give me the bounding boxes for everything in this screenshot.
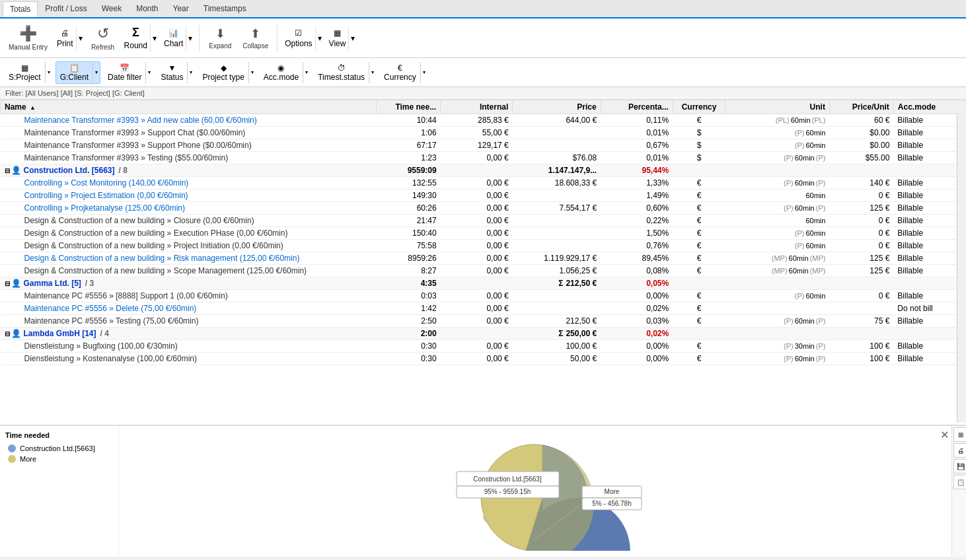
pie-chart: Construction Ltd.[5663] 95% - 9559.15h M… [437, 432, 648, 551]
timest-status-arrow[interactable]: ▾ [369, 62, 376, 83]
table-row[interactable]: Maintenance Transformer #3993 » Support … [1, 139, 966, 152]
col-header-currency[interactable]: Currency [673, 100, 725, 114]
acc-mode-button[interactable]: ◉ Acc.mode ▾ [259, 61, 311, 84]
item-unit: (P)30min(P) [725, 340, 830, 353]
item-time: 8:27 [377, 265, 441, 277]
s-project-main[interactable]: ▦ S:Project [5, 62, 45, 83]
table-row[interactable]: Design & Construction of a new building … [1, 215, 966, 227]
col-header-price-unit[interactable]: Price/Unit [829, 100, 893, 114]
side-icon-2[interactable]: 🖨 [953, 443, 966, 458]
status-main[interactable]: ▼ Status [157, 62, 187, 83]
collapse-button[interactable]: ⬆ Collapse [238, 24, 273, 52]
legend-item-construction[interactable]: Construction Ltd.[5663] [5, 443, 113, 454]
table-row[interactable]: Controlling » Cost Monitoring (140,00 €/… [1, 177, 966, 190]
col-header-acc-mode[interactable]: Acc.mode [893, 100, 965, 114]
table-row[interactable]: Design & Construction of a new building … [1, 240, 966, 252]
chart-close-button[interactable]: ✕ [940, 429, 949, 441]
item-name-cell: Controlling » Projketanalyse (125,00 €/6… [1, 202, 377, 215]
view-arrow[interactable]: ▾ [348, 26, 357, 50]
s-project-button[interactable]: ▦ S:Project ▾ [4, 61, 53, 84]
acc-mode-arrow[interactable]: ▾ [303, 62, 310, 83]
options-button[interactable]: ☑ Options ▾ [281, 26, 324, 51]
print-button[interactable]: 🖨 Print ▾ [54, 26, 85, 51]
tab-month[interactable]: Month [129, 1, 165, 17]
col-header-time[interactable]: Time nee... [377, 100, 441, 114]
options-main[interactable]: ☑ Options [282, 26, 315, 50]
chart-main[interactable]: 📊 Chart [161, 26, 186, 50]
table-row[interactable]: Maintenance PC #5556 » Testing (75,00 €/… [1, 315, 966, 328]
chart-arrow[interactable]: ▾ [186, 26, 194, 50]
table-row[interactable]: Dienstleistung » Bugfixing (100,00 €/30m… [1, 340, 966, 353]
refresh-button[interactable]: ↺ Refresh [87, 22, 120, 53]
status-arrow[interactable]: ▾ [187, 62, 194, 83]
table-row[interactable]: Maintenance Transformer #3993 » Add new … [1, 114, 966, 127]
side-icon-3[interactable]: 💾 [953, 459, 966, 473]
tab-profit-loss[interactable]: Profit / Loss [38, 1, 94, 17]
date-filter-main[interactable]: 📅 Date filter [104, 62, 145, 83]
print-main[interactable]: 🖨 Print [54, 26, 76, 50]
table-row[interactable]: Controlling » Project Estimation (0,00 €… [1, 190, 966, 202]
table-row[interactable]: Maintenance Transformer #3993 » Support … [1, 127, 966, 139]
expand-icon[interactable]: ⊟ [5, 280, 10, 287]
tab-timestamps[interactable]: Timestamps [196, 1, 254, 17]
project-type-main[interactable]: ◆ Project type [198, 62, 248, 83]
manual-entry-button[interactable]: ➕ Manual Entry [4, 22, 52, 53]
table-row[interactable]: ⊟👤Construction Ltd. [5663]/ 89559:091.14… [1, 164, 966, 177]
round-arrow[interactable]: ▾ [150, 24, 159, 52]
item-percent: 0,76% [601, 240, 673, 252]
expand-icon[interactable]: ⊟ [5, 167, 10, 174]
timest-status-main[interactable]: ⏱ Timest.status [314, 62, 369, 83]
chart-button[interactable]: 📊 Chart ▾ [161, 26, 195, 51]
col-header-internal[interactable]: Internal [441, 100, 513, 114]
side-icon-4[interactable]: 📋 [953, 475, 966, 489]
g-client-main[interactable]: 📋 G:Client [56, 62, 93, 83]
table-row[interactable]: Design & Construction of a new building … [1, 252, 966, 265]
table-row[interactable]: Maintenance PC #5556 » Delete (75,00 €/6… [1, 302, 966, 315]
table-row[interactable]: Maintenance Transformer #3993 » Testing … [1, 152, 966, 164]
project-type-arrow[interactable]: ▾ [248, 62, 256, 83]
print-arrow[interactable]: ▾ [76, 26, 85, 50]
date-filter-button[interactable]: 📅 Date filter ▾ [103, 61, 153, 84]
round-main[interactable]: Σ Round [122, 24, 150, 52]
side-icon-1[interactable]: ⊞ [953, 427, 966, 442]
table-row[interactable]: Design & Construction of a new building … [1, 227, 966, 240]
currency-main[interactable]: € Currency [380, 62, 420, 83]
item-price [513, 240, 601, 252]
item-time: 149:30 [377, 190, 441, 202]
currency-arrow[interactable]: ▾ [420, 62, 427, 83]
view-button[interactable]: ▦ View ▾ [326, 26, 358, 51]
expand-icon[interactable]: ⊟ [5, 330, 10, 337]
tab-week[interactable]: Week [94, 1, 129, 17]
table-row[interactable]: Maintenance PC #5556 » [8888] Support 1 … [1, 290, 966, 302]
date-filter-arrow[interactable]: ▾ [145, 62, 153, 83]
project-type-button[interactable]: ◆ Project type ▾ [198, 61, 256, 84]
view-main[interactable]: ▦ View [326, 26, 349, 50]
tab-totals[interactable]: Totals [3, 1, 38, 17]
s-project-arrow[interactable]: ▾ [45, 62, 52, 83]
timest-status-button[interactable]: ⏱ Timest.status ▾ [313, 61, 377, 84]
table-row[interactable]: Controlling » Projketanalyse (125,00 €/6… [1, 202, 966, 215]
table-row[interactable]: ⊟👤Lambda GmbH [14]/ 42:00Σ250,00 €0,02% [1, 328, 966, 340]
tab-year[interactable]: Year [166, 1, 196, 17]
expand-button[interactable]: ⬇ Expand [204, 24, 237, 52]
table-row[interactable]: Design & Construction of a new building … [1, 265, 966, 277]
col-header-percent[interactable]: Percenta... [601, 100, 673, 114]
item-name: Design & Construction of a new building … [24, 216, 254, 225]
status-button[interactable]: ▼ Status ▾ [156, 61, 195, 84]
options-arrow[interactable]: ▾ [315, 26, 324, 50]
acc-mode-main[interactable]: ◉ Acc.mode [260, 62, 303, 83]
g-client-arrow[interactable]: ▾ [93, 62, 100, 83]
currency-button[interactable]: € Currency ▾ [379, 61, 428, 84]
data-table-container[interactable]: Name ▲ Time nee... Internal Price Percen… [0, 100, 966, 425]
col-header-price[interactable]: Price [513, 100, 601, 114]
scrollbar[interactable] [957, 106, 966, 423]
table-row[interactable]: Dienstleistung » Kostenanalyse (100,00 €… [1, 353, 966, 365]
table-row[interactable]: ⊟👤Gamma Ltd. [5]/ 34:35Σ212,50 €0,05% [1, 277, 966, 290]
legend-item-more[interactable]: More [5, 454, 113, 464]
item-name-cell: Dienstleistung » Bugfixing (100,00 €/30m… [1, 340, 377, 353]
col-header-unit[interactable]: Unit [725, 100, 830, 114]
item-name-cell: Design & Construction of a new building … [1, 252, 377, 265]
g-client-button[interactable]: 📋 G:Client ▾ [56, 61, 100, 84]
col-header-name[interactable]: Name ▲ [1, 100, 377, 114]
round-button[interactable]: Σ Round ▾ [121, 23, 159, 53]
